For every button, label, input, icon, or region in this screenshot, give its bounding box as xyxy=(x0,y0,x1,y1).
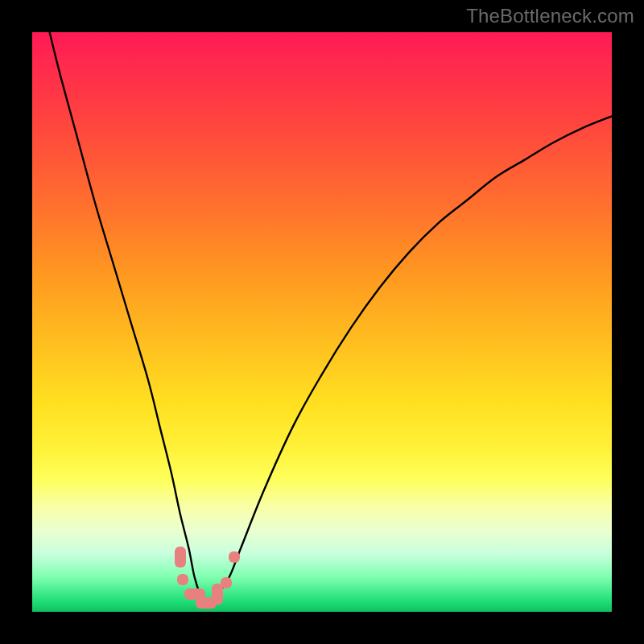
data-marker xyxy=(175,547,186,568)
watermark-text: TheBottleneck.com xyxy=(466,5,634,27)
curve-path xyxy=(50,32,612,605)
data-marker xyxy=(177,574,188,585)
data-marker xyxy=(221,577,232,588)
data-marker xyxy=(229,551,240,563)
bottleneck-curve xyxy=(32,32,612,612)
plot-area xyxy=(32,32,612,612)
chart-frame: TheBottleneck.com xyxy=(0,0,644,644)
